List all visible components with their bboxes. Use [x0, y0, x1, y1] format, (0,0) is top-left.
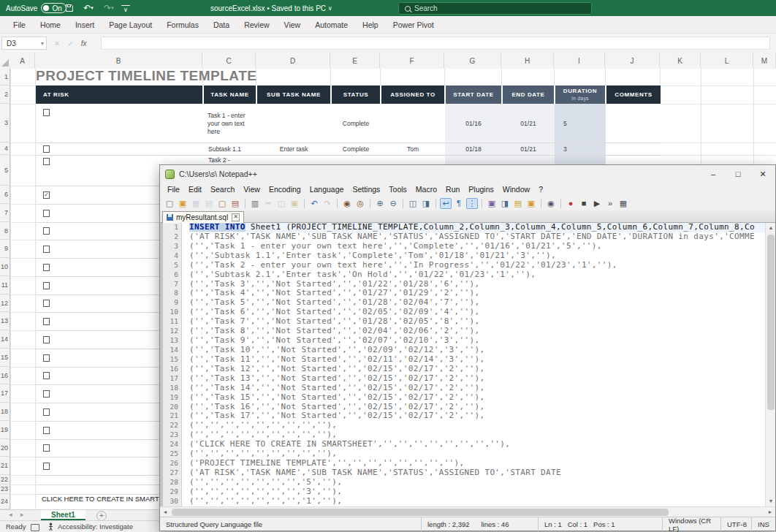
row-header-17[interactable]: 17: [0, 384, 10, 403]
scroll-right-icon[interactable]: ►: [765, 507, 775, 517]
customize-quick-access-icon[interactable]: ∨: [121, 5, 130, 13]
row-header-4[interactable]: 4: [0, 142, 10, 155]
row-header-13[interactable]: 13: [0, 312, 10, 330]
save-icon[interactable]: ▦: [190, 198, 202, 209]
close-icon[interactable]: ▢: [216, 198, 228, 209]
vertical-scrollbar[interactable]: ▲ ▼: [765, 223, 775, 506]
column-header-c[interactable]: C: [202, 53, 256, 69]
minimize-button[interactable]: –: [701, 165, 726, 183]
monitoring-icon[interactable]: ◉: [545, 198, 557, 209]
column-header-h[interactable]: H: [501, 53, 554, 69]
vertical-scroll-thumb[interactable]: [767, 235, 775, 410]
row-header-23[interactable]: 23: [0, 484, 10, 494]
sync-horizontal-icon[interactable]: ◨: [420, 198, 432, 209]
npp-menu-help[interactable]: ?: [534, 185, 547, 194]
row-header-14[interactable]: 14: [0, 330, 10, 349]
row-header-18[interactable]: 18: [0, 403, 10, 421]
formula-input[interactable]: [101, 37, 770, 50]
search-input[interactable]: Search: [398, 2, 592, 15]
column-header-f[interactable]: F: [380, 53, 444, 69]
at-risk-checkbox-row-21[interactable]: [43, 463, 50, 470]
column-header-k[interactable]: K: [660, 53, 701, 69]
row-header-8[interactable]: 8: [0, 222, 10, 240]
cell-assigned-to-row4[interactable]: Tom: [381, 142, 445, 155]
save-all-icon[interactable]: ▤: [203, 198, 215, 209]
cell-task-name-row3[interactable]: Task 1 - enter your own text here: [203, 104, 255, 142]
at-risk-checkbox-row-7[interactable]: [43, 210, 50, 217]
column-header-b[interactable]: B: [35, 53, 202, 69]
word-wrap-icon[interactable]: ↩: [440, 198, 452, 209]
ribbon-tab-data[interactable]: Data: [206, 16, 237, 34]
row-header-9[interactable]: 9: [0, 240, 10, 258]
ribbon-tab-review[interactable]: Review: [237, 16, 276, 34]
redo-icon[interactable]: ↷: [322, 198, 333, 209]
npp-menu-search[interactable]: Search: [206, 185, 239, 194]
accessibility-status[interactable]: Accessibility: Investigate: [58, 522, 133, 531]
at-risk-checkbox-row-18[interactable]: [43, 408, 50, 416]
npp-menu-window[interactable]: Window: [498, 185, 534, 194]
row-header-19[interactable]: 19: [0, 421, 10, 439]
ribbon-tab-home[interactable]: Home: [33, 16, 68, 34]
cell-duration-row4[interactable]: 3: [555, 142, 606, 155]
paste-icon[interactable]: ▣: [289, 198, 300, 209]
ribbon-tab-automate[interactable]: Automate: [308, 16, 355, 34]
npp-menu-run[interactable]: Run: [441, 185, 464, 194]
at-risk-checkbox-row-14[interactable]: [43, 336, 50, 343]
horizontal-scroll-thumb[interactable]: [172, 509, 669, 516]
ribbon-tab-insert[interactable]: Insert: [68, 16, 102, 34]
insert-mode-status[interactable]: INS: [752, 517, 775, 531]
row-header-10[interactable]: 10: [0, 258, 10, 276]
sheet-tab-sheet1[interactable]: Sheet1: [41, 510, 85, 520]
npp-menu-plugins[interactable]: Plugins: [464, 185, 498, 194]
column-header-i[interactable]: I: [554, 53, 605, 69]
row-header-20[interactable]: 20: [0, 439, 10, 457]
ribbon-tab-page-layout[interactable]: Page Layout: [102, 16, 159, 34]
column-header-l[interactable]: L: [701, 53, 753, 69]
run-macro-multiple-icon[interactable]: »: [604, 198, 616, 209]
cell-status-row3[interactable]: Complete: [331, 104, 381, 142]
new-file-icon[interactable]: ▢: [164, 198, 175, 209]
npp-menu-file[interactable]: File: [163, 185, 184, 194]
zoom-in-icon[interactable]: ⊕: [374, 198, 386, 209]
column-header-e[interactable]: E: [330, 53, 380, 69]
at-risk-checkbox-row-15[interactable]: [43, 354, 50, 362]
at-risk-checkbox-row-19[interactable]: [43, 427, 50, 434]
at-risk-checkbox-row-10[interactable]: [43, 264, 50, 271]
at-risk-checkbox-row-8[interactable]: [43, 227, 50, 235]
row-header-1[interactable]: 1: [0, 69, 10, 86]
at-risk-checkbox-row-9[interactable]: [43, 246, 50, 253]
prev-sheet-icon[interactable]: ◂: [9, 511, 12, 518]
row-header-16[interactable]: 16: [0, 367, 10, 384]
sync-vertical-icon[interactable]: ◫: [407, 198, 419, 209]
at-risk-checkbox-row-13[interactable]: [43, 318, 50, 325]
npp-menu-tools[interactable]: Tools: [384, 185, 411, 194]
cell-start-date-row3[interactable]: 01/16: [445, 104, 502, 142]
cell-status-row4[interactable]: Complete: [331, 142, 381, 155]
column-header-a[interactable]: A: [10, 53, 35, 69]
row-header-11[interactable]: 11: [0, 276, 10, 294]
maximize-button[interactable]: □: [726, 165, 750, 183]
scroll-down-icon[interactable]: ▼: [766, 496, 776, 506]
npp-menu-view[interactable]: View: [239, 185, 265, 194]
fx-icon[interactable]: fx: [81, 39, 87, 48]
npp-menu-encoding[interactable]: Encoding: [265, 185, 305, 194]
at-risk-checkbox-row-16[interactable]: [43, 372, 50, 379]
at-risk-checkbox-row-17[interactable]: [43, 390, 50, 398]
macro-save-icon[interactable]: ▦: [617, 198, 629, 209]
tab-close-icon[interactable]: ✕: [232, 213, 240, 221]
close-all-icon[interactable]: ▤: [229, 198, 241, 209]
cell-end-date-row4[interactable]: 01/21: [502, 142, 555, 155]
document-map-icon[interactable]: ◨: [499, 198, 511, 209]
code-area[interactable]: INSERT INTO Sheet1 (PROJECT_TIMELINE_TEM…: [189, 223, 765, 506]
open-folder-icon[interactable]: ▣: [177, 198, 189, 209]
select-all-corner[interactable]: [1, 59, 9, 66]
cancel-icon[interactable]: ✕: [54, 39, 60, 48]
replace-icon[interactable]: ◎: [354, 198, 366, 209]
cell-end-date-row3[interactable]: 01/21: [502, 104, 555, 142]
at-risk-checkbox-row-20[interactable]: [43, 444, 50, 452]
close-button[interactable]: ✕: [750, 165, 775, 183]
cell-sub-task-row4[interactable]: Enter task: [256, 142, 331, 155]
new-sheet-button[interactable]: +: [96, 511, 107, 521]
npp-menu-language[interactable]: Language: [305, 185, 349, 194]
npp-menu-settings[interactable]: Settings: [348, 185, 384, 194]
